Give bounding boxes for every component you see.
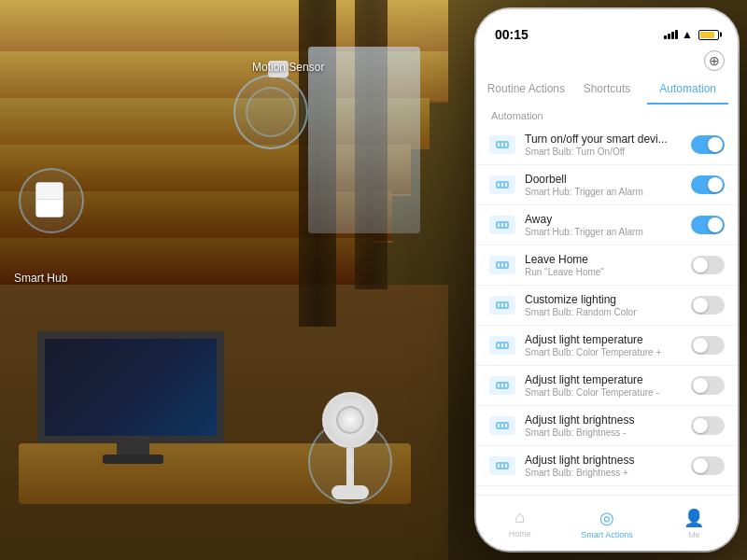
bulb-icon-5	[495, 340, 510, 351]
automation-text-3: Leave Home Run "Leave Home"	[525, 253, 682, 277]
bottom-nav: ⌂ Home ◎ Smart Actions 👤 Me	[476, 495, 738, 551]
automation-subtitle-3: Run "Leave Home"	[525, 267, 682, 277]
nav-me-label: Me	[688, 530, 700, 539]
svg-rect-7	[505, 183, 507, 187]
svg-rect-31	[505, 424, 507, 427]
tv	[37, 331, 224, 443]
motion-sensor-label: Motion Sensor	[252, 61, 324, 74]
bulb-icon-8	[495, 460, 510, 471]
fan-pole	[346, 448, 354, 485]
automation-item-8: Adjust light brightness Smart Bulb: Brig…	[476, 446, 738, 486]
automation-icon-2	[489, 216, 515, 234]
svg-rect-27	[505, 384, 507, 387]
signal-icon	[664, 30, 678, 39]
automation-item-0: Turn on/off your smart devi... Smart Bul…	[476, 125, 738, 165]
fan-head	[322, 392, 378, 448]
svg-rect-1	[498, 143, 500, 147]
motion-sensor-area	[233, 75, 308, 149]
automation-text-8: Adjust light brightness Smart Bulb: Brig…	[525, 454, 682, 478]
nav-smart-actions[interactable]: ◎ Smart Actions	[563, 508, 650, 539]
automation-icon-1	[489, 175, 515, 194]
bulb-icon-2	[495, 219, 510, 231]
automation-subtitle-5: Smart Bulb: Color Temperature +	[525, 347, 682, 357]
svg-rect-11	[505, 223, 507, 227]
fan	[322, 392, 378, 504]
svg-rect-13	[498, 263, 500, 267]
automation-text-0: Turn on/off your smart devi... Smart Bul…	[525, 133, 682, 157]
bulb-icon-6	[495, 380, 510, 391]
svg-rect-2	[501, 143, 503, 147]
automation-toggle-2[interactable]	[691, 216, 725, 234]
svg-rect-33	[498, 464, 500, 468]
automation-toggle-0[interactable]	[691, 135, 725, 154]
automation-text-4: Customize lighting Smart Bulb: Random Co…	[525, 293, 682, 317]
battery-icon	[698, 30, 719, 40]
tab-bar: Routine Actions Shortcuts Automation	[476, 75, 738, 105]
automation-subtitle-1: Smart Hub: Trigger an Alarm	[525, 187, 682, 197]
svg-rect-23	[505, 343, 507, 347]
svg-rect-25	[498, 384, 500, 387]
nav-home-label: Home	[509, 529, 531, 539]
tab-shortcuts[interactable]: Shortcuts	[567, 82, 648, 105]
automation-toggle-4[interactable]	[691, 296, 725, 315]
automation-toggle-1[interactable]	[691, 175, 725, 194]
svg-rect-19	[505, 303, 507, 307]
svg-rect-3	[505, 143, 507, 147]
automation-list: Turn on/off your smart devi... Smart Bul…	[476, 125, 738, 495]
status-icons: ▲	[664, 28, 719, 41]
nav-home[interactable]: ⌂ Home	[476, 508, 563, 539]
svg-rect-5	[498, 183, 500, 187]
automation-text-5: Adjust light temperature Smart Bulb: Col…	[525, 333, 682, 357]
tab-automation[interactable]: Automation	[647, 82, 728, 105]
automation-title-8: Adjust light brightness	[525, 454, 682, 467]
nav-smart-actions-label: Smart Actions	[581, 530, 633, 539]
automation-icon-3	[489, 256, 515, 274]
automation-title-3: Leave Home	[525, 253, 682, 266]
status-time: 00:15	[495, 27, 529, 42]
svg-rect-22	[501, 343, 503, 347]
automation-item-2: Away Smart Hub: Trigger an Alarm	[476, 205, 738, 245]
automation-item-7: Adjust light brightness Smart Bulb: Brig…	[476, 406, 738, 446]
tv-base	[103, 455, 163, 464]
automation-text-6: Adjust light temperature Smart Bulb: Col…	[525, 373, 682, 398]
automation-item-3: Leave Home Run "Leave Home"	[476, 245, 738, 286]
bulb-icon-4	[495, 300, 510, 311]
automation-subtitle-4: Smart Bulb: Random Color	[525, 307, 682, 317]
automation-subtitle-2: Smart Hub: Trigger an Alarm	[525, 227, 682, 237]
automation-icon-6	[489, 376, 515, 395]
automation-title-4: Customize lighting	[525, 293, 682, 306]
bulb-icon-7	[495, 420, 510, 431]
automation-icon-7	[489, 416, 515, 435]
automation-subtitle-0: Smart Bulb: Turn On/Off	[525, 147, 682, 157]
window-bg	[308, 47, 420, 233]
fan-base	[331, 485, 369, 499]
automation-text-2: Away Smart Hub: Trigger an Alarm	[525, 213, 682, 237]
tab-routine-actions[interactable]: Routine Actions	[486, 82, 567, 105]
svg-rect-10	[501, 223, 503, 227]
automation-title-7: Adjust light brightness	[525, 413, 682, 427]
smart-actions-icon: ◎	[599, 508, 614, 528]
automation-text-1: Doorbell Smart Hub: Trigger an Alarm	[525, 173, 682, 197]
svg-rect-34	[501, 464, 503, 468]
svg-rect-30	[501, 424, 503, 427]
automation-toggle-8[interactable]	[691, 456, 725, 475]
automation-text-7: Adjust light brightness Smart Bulb: Brig…	[525, 413, 682, 438]
automation-section-label: Automation	[476, 105, 738, 125]
automation-item-4: Customize lighting Smart Bulb: Random Co…	[476, 286, 738, 326]
svg-rect-26	[501, 384, 503, 387]
add-automation-button[interactable]: ⊕	[704, 50, 725, 71]
svg-rect-21	[498, 343, 500, 347]
bulb-icon-0	[495, 139, 510, 150]
automation-toggle-7[interactable]	[691, 416, 725, 435]
automation-toggle-5[interactable]	[691, 336, 725, 355]
automation-icon-0	[489, 135, 515, 154]
nav-me[interactable]: 👤 Me	[651, 508, 738, 539]
svg-rect-15	[505, 263, 507, 267]
automation-toggle-6[interactable]	[691, 376, 725, 395]
automation-item-6: Adjust light temperature Smart Bulb: Col…	[476, 366, 738, 406]
automation-toggle-3[interactable]	[691, 256, 725, 274]
svg-rect-17	[498, 303, 500, 307]
automation-title-2: Away	[525, 213, 682, 226]
tv-screen	[45, 339, 217, 436]
automation-icon-8	[489, 456, 515, 475]
